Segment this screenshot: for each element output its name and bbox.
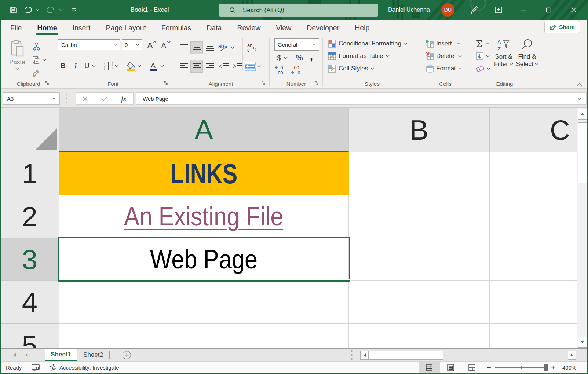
middle-align-button[interactable] — [190, 41, 203, 54]
select-all-corner[interactable] — [1, 108, 59, 152]
sort-filter-button[interactable]: A Z Sort & Filter — [492, 38, 515, 77]
grow-font-button[interactable]: A — [146, 39, 158, 50]
fill-button[interactable] — [476, 51, 490, 61]
font-color-button[interactable]: A — [148, 60, 160, 72]
user-name[interactable]: Daniel Uchenna — [381, 0, 437, 20]
format-as-table-button[interactable]: Format as Table — [328, 51, 390, 61]
shrink-font-button[interactable]: A — [160, 39, 172, 50]
tab-home[interactable]: Home — [37, 20, 57, 36]
comma-style-button[interactable]: , — [308, 51, 315, 61]
cell-c1[interactable] — [490, 152, 577, 195]
clipboard-dialog-launcher[interactable] — [45, 81, 50, 86]
scroll-down-button[interactable] — [578, 337, 587, 348]
row-header-5[interactable]: 5 — [1, 324, 59, 348]
cell-c3[interactable] — [490, 238, 577, 281]
accounting-format-button[interactable]: $ — [275, 53, 283, 63]
page-layout-view-button[interactable] — [440, 362, 461, 373]
cell-a5[interactable] — [59, 324, 349, 348]
zoom-slider-thumb[interactable] — [544, 364, 548, 371]
row-header-3[interactable]: 3 — [1, 238, 59, 281]
column-header-b[interactable]: B — [349, 108, 490, 152]
cell-a2-link[interactable]: An Existing File — [124, 201, 283, 231]
cell-b2[interactable] — [349, 195, 490, 238]
cell-a3[interactable]: Web Page — [59, 238, 349, 281]
orientation-button[interactable]: ab — [218, 42, 230, 53]
zoom-out-button[interactable]: − — [487, 362, 491, 373]
bold-button[interactable]: B — [58, 60, 68, 72]
tab-page-layout[interactable]: Page Layout — [106, 20, 146, 36]
tab-review[interactable]: Review — [237, 20, 260, 36]
font-size-combo[interactable]: 9 — [122, 39, 142, 50]
customize-quick-access-button[interactable] — [67, 0, 81, 20]
top-align-button[interactable] — [178, 42, 190, 53]
format-painter-button[interactable] — [31, 69, 42, 79]
horizontal-scroll-thumb[interactable] — [369, 351, 443, 360]
accessibility-status[interactable]: Accessibility: Investigate — [49, 362, 119, 373]
formula-input[interactable]: Web Page — [136, 92, 587, 105]
tab-formulas[interactable]: Formulas — [161, 20, 191, 36]
underline-dropdown[interactable] — [92, 60, 98, 72]
delete-cells-button[interactable]: Delete — [426, 51, 462, 61]
copy-button[interactable] — [31, 55, 42, 65]
redo-button[interactable] — [45, 0, 57, 20]
cell-c4[interactable] — [490, 281, 577, 324]
conditional-formatting-button[interactable]: Conditional Formatting — [328, 39, 408, 48]
close-button[interactable] — [562, 0, 585, 20]
font-name-combo[interactable]: Calibri — [58, 39, 120, 50]
minimize-button[interactable] — [511, 0, 535, 20]
copy-dropdown[interactable] — [43, 56, 48, 64]
insert-cells-button[interactable]: Insert — [426, 39, 461, 48]
tab-data[interactable]: Data — [207, 20, 222, 36]
cell-c5[interactable] — [490, 324, 577, 348]
merge-center-button[interactable] — [244, 60, 256, 73]
sheet-tab-sheet1[interactable]: Sheet1 — [45, 349, 77, 361]
macro-recording-button[interactable] — [32, 362, 40, 373]
tab-view[interactable]: View — [276, 20, 291, 36]
merge-center-dropdown[interactable] — [258, 61, 263, 72]
save-button[interactable] — [5, 0, 21, 20]
undo-dropdown[interactable] — [34, 0, 41, 20]
increase-decimal-button[interactable]: .0.00 — [274, 65, 287, 76]
column-header-c[interactable]: C — [490, 108, 587, 152]
maximize-button[interactable] — [537, 0, 560, 20]
italic-button[interactable]: I — [71, 60, 80, 72]
font-dialog-launcher[interactable] — [164, 81, 169, 86]
share-button[interactable]: Share — [544, 21, 580, 33]
name-box[interactable]: A3 — [3, 92, 60, 105]
hscroll-left-button[interactable] — [360, 351, 369, 360]
cut-button[interactable] — [31, 41, 42, 51]
hscroll-right-button[interactable] — [568, 351, 576, 360]
search-box[interactable]: Search (Alt+Q) — [219, 4, 378, 16]
collapse-ribbon-button[interactable] — [576, 81, 584, 87]
wrap-text-button[interactable]: abc — [245, 42, 259, 53]
scroll-up-button[interactable] — [578, 109, 587, 120]
bottom-align-button[interactable] — [204, 42, 216, 53]
row-header-4[interactable]: 4 — [1, 281, 59, 324]
sheet-nav-next[interactable] — [21, 349, 32, 361]
paste-button[interactable]: Paste — [6, 40, 29, 78]
find-select-button[interactable]: Find & Select — [515, 38, 539, 77]
cell-b5[interactable] — [349, 324, 490, 348]
sheet-nav-prev[interactable] — [9, 349, 20, 361]
vertical-scroll-thumb[interactable] — [578, 122, 587, 183]
tab-help[interactable]: Help — [355, 20, 369, 36]
cell-styles-button[interactable]: Cell Styles — [328, 64, 374, 73]
underline-button[interactable]: U — [82, 60, 92, 72]
center-button[interactable] — [190, 60, 203, 73]
vertical-scrollbar[interactable] — [577, 108, 587, 348]
align-left-button[interactable] — [178, 61, 190, 72]
number-dialog-launcher[interactable] — [314, 81, 320, 86]
undo-button[interactable] — [21, 0, 34, 20]
user-avatar[interactable]: DU — [441, 3, 454, 16]
format-cells-button[interactable]: Format — [426, 64, 462, 73]
borders-dropdown[interactable] — [115, 60, 121, 72]
tab-developer[interactable]: Developer — [307, 20, 339, 36]
orientation-dropdown[interactable] — [231, 42, 237, 53]
row-header-1[interactable]: 1 — [1, 152, 59, 195]
cell-c2[interactable] — [490, 195, 577, 238]
column-header-a[interactable]: A — [59, 108, 349, 152]
borders-button[interactable] — [102, 60, 114, 72]
namebox-resize-grip[interactable] — [65, 94, 68, 103]
alignment-dialog-launcher[interactable] — [261, 81, 267, 86]
row-header-2[interactable]: 2 — [1, 195, 59, 238]
